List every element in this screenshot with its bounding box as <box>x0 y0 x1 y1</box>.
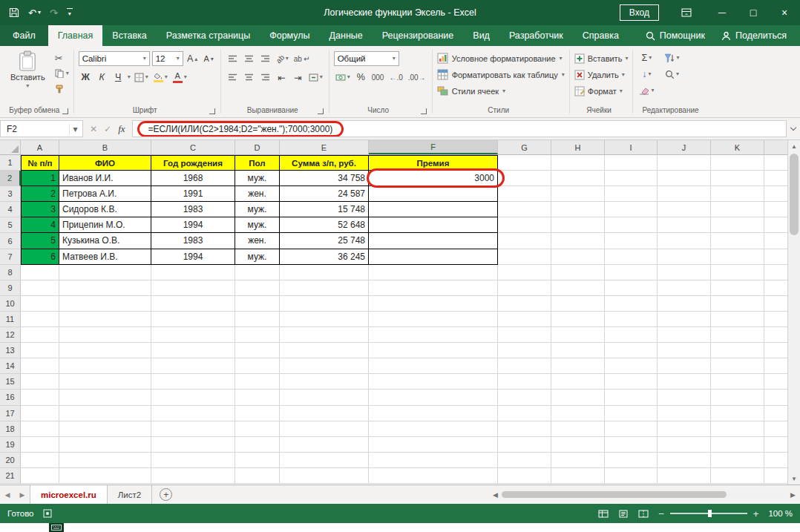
cell-D5[interactable]: муж. <box>235 217 280 233</box>
cell-E6[interactable]: 25 748 <box>280 233 369 249</box>
cell-I17[interactable] <box>605 406 658 421</box>
scroll-right-arrow-icon[interactable]: ▶ <box>790 491 796 499</box>
zoom-slider[interactable] <box>670 513 747 514</box>
cell-D14[interactable] <box>235 358 280 374</box>
cell-J19[interactable] <box>658 437 711 453</box>
cell-I8[interactable] <box>605 265 658 280</box>
expand-formula-bar-button[interactable] <box>787 120 800 137</box>
cell-I13[interactable] <box>605 343 658 358</box>
sheet-tab-list2[interactable]: Лист2 <box>108 485 152 504</box>
align-middle-button[interactable] <box>242 51 256 66</box>
cell-B4[interactable]: Сидоров К.В. <box>59 202 151 217</box>
cell-J8[interactable] <box>658 265 711 280</box>
tab-insert[interactable]: Вставка <box>102 25 156 46</box>
cell-C17[interactable] <box>151 406 235 421</box>
cell-J6[interactable] <box>658 233 711 249</box>
scroll-up-arrow-icon[interactable]: ▲ <box>788 140 800 152</box>
cell-J2[interactable] <box>658 171 711 186</box>
fill-button[interactable]: ↓▾ <box>637 67 655 82</box>
cell-A7[interactable]: 6 <box>21 249 59 265</box>
cell-C8[interactable] <box>151 265 235 280</box>
cell-J9[interactable] <box>658 280 711 296</box>
cell-F16[interactable] <box>369 390 498 405</box>
cell-I12[interactable] <box>605 327 658 343</box>
cell-C12[interactable] <box>151 327 235 343</box>
font-size-combo[interactable]: 12▾ <box>152 51 183 66</box>
cell-B9[interactable] <box>59 280 151 296</box>
touch-keyboard-icon[interactable] <box>49 523 64 532</box>
tab-formulas[interactable]: Формулы <box>260 25 319 46</box>
underline-button[interactable]: Ч <box>111 70 125 85</box>
cell-E11[interactable] <box>280 312 369 327</box>
redo-button[interactable]: ↷ <box>50 7 58 19</box>
cell-A14[interactable] <box>21 358 59 374</box>
tab-home[interactable]: Главная <box>48 25 103 46</box>
align-top-button[interactable] <box>226 51 240 66</box>
cell-A16[interactable] <box>21 390 59 405</box>
cell-I7[interactable] <box>605 249 658 265</box>
cell-K8[interactable] <box>711 265 764 280</box>
cell-A8[interactable] <box>21 265 59 280</box>
cell-H6[interactable] <box>551 233 605 249</box>
cell-G14[interactable] <box>498 358 551 374</box>
format-cells-button[interactable]: Формат▾ <box>574 83 629 99</box>
cell-K11[interactable] <box>711 312 764 327</box>
cell-D4[interactable]: муж. <box>235 202 280 217</box>
row-header-16[interactable]: 16 <box>0 390 21 405</box>
horizontal-scroll-thumb[interactable] <box>502 491 727 498</box>
cell-A12[interactable] <box>21 327 59 343</box>
macro-record-icon[interactable] <box>43 509 52 518</box>
tab-data[interactable]: Данные <box>320 25 373 46</box>
row-header-17[interactable]: 17 <box>0 406 21 421</box>
cell-E19[interactable] <box>280 437 369 453</box>
align-right-button[interactable] <box>258 70 272 85</box>
cell-K21[interactable] <box>711 468 764 484</box>
cell-D7[interactable]: муж. <box>235 249 280 265</box>
cell-A4[interactable]: 3 <box>21 202 59 217</box>
cell-F7[interactable] <box>369 249 498 265</box>
zoom-level[interactable]: 100 % <box>768 509 793 518</box>
cell-G21[interactable] <box>498 468 551 484</box>
row-header-6[interactable]: 6 <box>0 233 21 249</box>
cell-C1[interactable]: Год рождения <box>151 155 235 171</box>
column-header-K[interactable]: K <box>711 140 764 154</box>
column-header-C[interactable]: C <box>151 140 235 154</box>
cell-H14[interactable] <box>551 358 605 374</box>
row-header-19[interactable]: 19 <box>0 437 21 453</box>
cell-J13[interactable] <box>658 343 711 358</box>
cell-F21[interactable] <box>369 468 498 484</box>
cell-H9[interactable] <box>551 280 605 296</box>
cell-J4[interactable] <box>658 202 711 217</box>
cell-D2[interactable]: муж. <box>235 171 280 186</box>
orientation-button[interactable]: ab▾ <box>275 51 290 66</box>
column-header-E[interactable]: E <box>280 140 369 154</box>
cell-K16[interactable] <box>711 390 764 405</box>
column-header-J[interactable]: J <box>658 140 711 154</box>
paste-button[interactable]: Вставить ▾ <box>4 48 51 89</box>
cell-K7[interactable] <box>711 249 764 265</box>
cell-E15[interactable] <box>280 374 369 390</box>
cell-E20[interactable] <box>280 453 369 468</box>
cell-C6[interactable]: 1983 <box>151 233 235 249</box>
cell-E14[interactable] <box>280 358 369 374</box>
sheet-nav-prev-button[interactable]: ◀ <box>0 485 15 504</box>
increase-decimal-button[interactable]: ←.0 <box>387 70 404 85</box>
cut-button[interactable]: ✂ <box>55 51 69 65</box>
cell-J11[interactable] <box>658 312 711 327</box>
customize-quick-access-button[interactable]: ▾ <box>67 8 73 18</box>
row-header-12[interactable]: 12 <box>0 327 21 343</box>
wrap-text-button[interactable]: ab↵ <box>292 51 312 66</box>
cell-B16[interactable] <box>59 390 151 405</box>
cell-H2[interactable] <box>551 171 605 186</box>
tab-file[interactable]: Файл <box>0 25 48 46</box>
cell-J16[interactable] <box>658 390 711 405</box>
cell-B3[interactable]: Петрова А.И. <box>59 186 151 202</box>
cell-F17[interactable] <box>369 406 498 421</box>
cell-A17[interactable] <box>21 406 59 421</box>
cell-F18[interactable] <box>369 421 498 437</box>
cell-A5[interactable]: 4 <box>21 217 59 233</box>
cell-C2[interactable]: 1968 <box>151 171 235 186</box>
cell-D6[interactable]: жен. <box>235 233 280 249</box>
cell-G8[interactable] <box>498 265 551 280</box>
conditional-formatting-button[interactable]: Условное форматирование▾ <box>437 50 565 66</box>
